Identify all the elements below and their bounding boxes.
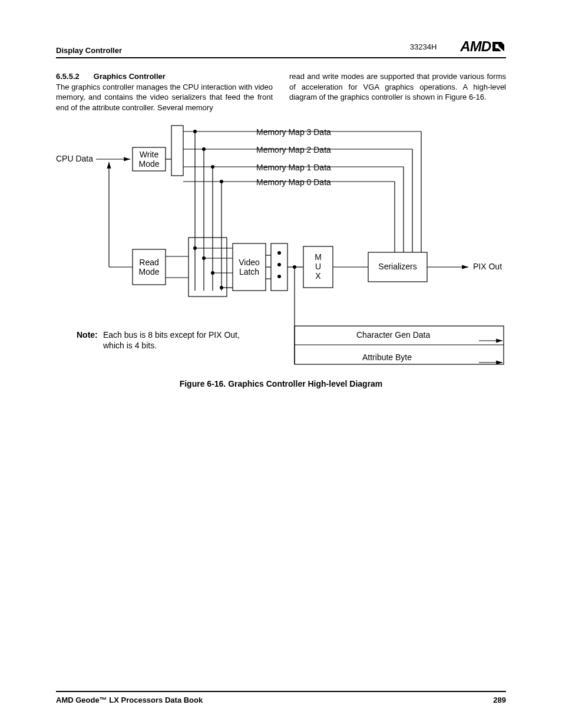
svg-point-38 [277, 251, 281, 255]
figure-caption: Figure 6-16. Graphics Controller High-le… [56, 379, 506, 388]
page-header: Display Controller 33234H AMD [56, 38, 506, 58]
body-col1: The graphics controller manages the CPU … [56, 83, 273, 112]
pixout-label: PIX Out [473, 262, 502, 271]
memmap3-label: Memory Map 3 Data [256, 127, 331, 137]
document-number: 33234H [410, 42, 437, 51]
graphics-controller-diagram: Write Mode Read Mode CPU Data [56, 120, 506, 367]
svg-text:Mode: Mode [138, 159, 159, 169]
svg-rect-34 [271, 243, 287, 291]
header-title: Display Controller [56, 46, 122, 55]
memmap0-label: Memory Map 0 Data [256, 177, 331, 187]
memmap1-label: Memory Map 1 Data [256, 163, 331, 172]
svg-text:X: X [315, 271, 321, 281]
body-col2: read and write modes are supported that … [289, 72, 506, 101]
video-latch-label: Video [239, 258, 260, 267]
section-number: 6.5.5.2 [56, 72, 80, 81]
svg-text:U: U [315, 262, 321, 271]
mux-label: M [315, 252, 322, 262]
cpu-data-label: CPU Data [56, 154, 93, 163]
note-text-1: Each bus is 8 bits except for PIX Out, [103, 330, 240, 340]
note-text-2: which is 4 bits. [103, 341, 157, 350]
footer-book-title: AMD Geode™ LX Processors Data Book [56, 696, 203, 704]
page-number: 289 [493, 696, 506, 704]
amd-logo: AMD [460, 38, 506, 55]
svg-text:Note:: Note: [77, 330, 98, 340]
section-title: Graphics Controller [94, 72, 166, 81]
page-footer: AMD Geode™ LX Processors Data Book 289 [56, 691, 506, 704]
note-label: Note: [77, 330, 98, 340]
svg-point-43 [293, 265, 296, 269]
svg-text:Latch: Latch [239, 267, 259, 276]
read-mode-label: Read [139, 258, 158, 267]
chargen-label: Character Gen Data [356, 330, 430, 340]
attrbyte-label: Attribute Byte [362, 353, 412, 362]
svg-text:Mode: Mode [138, 267, 159, 276]
memmap2-label: Memory Map 2 Data [256, 145, 331, 154]
svg-point-40 [277, 275, 281, 278]
svg-rect-7 [171, 126, 183, 176]
serializers-label: Serializers [378, 262, 416, 271]
body-text: 6.5.5.2Graphics Controller The graphics … [56, 71, 506, 113]
svg-point-39 [277, 263, 281, 266]
write-mode-label: Write [140, 150, 159, 159]
